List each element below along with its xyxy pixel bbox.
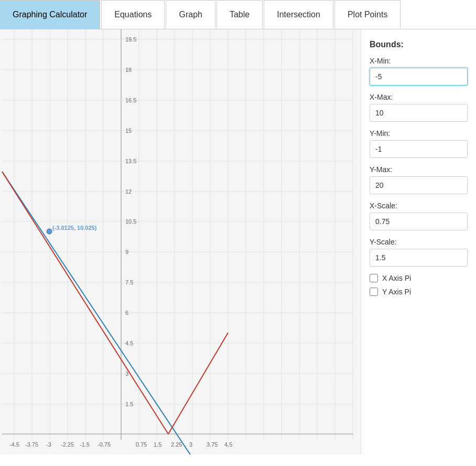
- ymax-input[interactable]: [370, 176, 468, 194]
- tab-graphing-calculator[interactable]: Graphing Calculator: [0, 0, 100, 29]
- xmin-group: X-Min:: [370, 57, 468, 86]
- graph-svg: -4.5 -3.75 -3 -2.25 -1.5 -0.75 0.75 1.5 …: [0, 29, 361, 454]
- y-axis-pi-checkbox[interactable]: [370, 288, 378, 296]
- x-tick-neg15: -1.5: [80, 441, 90, 448]
- x-tick-neg3: -3: [46, 441, 51, 448]
- y-tick-12: 12: [125, 188, 132, 195]
- y-tick-135: 13.5: [125, 158, 136, 164]
- xmin-input[interactable]: [370, 68, 468, 86]
- y-tick-75: 7.5: [125, 279, 133, 285]
- x-tick-15: 1.5: [154, 441, 161, 448]
- right-panel: Bounds: X-Min: X-Max: Y-Min: Y-Max: X-Sc…: [361, 29, 476, 454]
- tab-table[interactable]: Table: [217, 0, 263, 29]
- x-tick-45: 4.5: [224, 441, 232, 448]
- tab-bar: Graphing Calculator Equations Graph Tabl…: [0, 0, 476, 29]
- x-axis-pi-group: X Axis Pi: [370, 274, 468, 282]
- yscale-group: Y-Scale:: [370, 238, 468, 267]
- intersection-point: [47, 229, 52, 234]
- xmax-input[interactable]: [370, 104, 468, 122]
- y-tick-105: 10.5: [125, 218, 136, 225]
- xscale-input[interactable]: [370, 213, 468, 230]
- tab-plot-points[interactable]: Plot Points: [334, 0, 401, 29]
- y-tick-45: 4.5: [125, 340, 133, 346]
- tab-intersection[interactable]: Intersection: [264, 0, 333, 29]
- yscale-input[interactable]: [370, 249, 468, 267]
- ymax-label: Y-Max:: [370, 165, 468, 174]
- ymin-input[interactable]: [370, 140, 468, 158]
- y-axis-pi-group: Y Axis Pi: [370, 288, 468, 296]
- y-tick-18: 18: [125, 67, 132, 73]
- x-axis-pi-label: X Axis Pi: [382, 274, 411, 282]
- xmax-label: X-Max:: [370, 93, 468, 101]
- bounds-title: Bounds:: [370, 40, 468, 49]
- y-tick-15: 15: [125, 128, 132, 134]
- x-tick-neg375: -3.75: [25, 441, 38, 448]
- ymin-label: Y-Min:: [370, 129, 468, 137]
- x-tick-neg075: -0.75: [98, 441, 111, 448]
- graph-area: -4.5 -3.75 -3 -2.25 -1.5 -0.75 0.75 1.5 …: [0, 29, 361, 454]
- y-tick-9: 9: [125, 249, 128, 255]
- x-tick-3: 3: [189, 441, 192, 448]
- xscale-group: X-Scale:: [370, 202, 468, 230]
- xmin-label: X-Min:: [370, 57, 468, 65]
- x-tick-neg45: -4.5: [9, 441, 19, 448]
- x-tick-375: 3.75: [207, 441, 218, 448]
- x-axis-pi-checkbox[interactable]: [370, 274, 378, 282]
- xscale-label: X-Scale:: [370, 202, 468, 210]
- main-content: -4.5 -3.75 -3 -2.25 -1.5 -0.75 0.75 1.5 …: [0, 29, 476, 454]
- ymax-group: Y-Max:: [370, 165, 468, 194]
- y-tick-15: 1.5: [125, 401, 133, 407]
- y-tick-6: 6: [125, 310, 128, 316]
- tab-equations[interactable]: Equations: [101, 0, 165, 29]
- y-axis-pi-label: Y Axis Pi: [382, 288, 411, 296]
- svg-rect-0: [2, 29, 359, 454]
- intersection-label: (-3.0125, 10.025): [52, 225, 97, 231]
- yscale-label: Y-Scale:: [370, 238, 468, 246]
- tab-graph[interactable]: Graph: [166, 0, 215, 29]
- y-tick-165: 16.5: [125, 97, 136, 103]
- y-tick-3: 3: [125, 370, 128, 377]
- y-tick-195: 19.5: [125, 36, 136, 43]
- x-tick-neg225: -2.25: [61, 441, 74, 448]
- ymin-group: Y-Min:: [370, 129, 468, 158]
- x-tick-075: 0.75: [136, 441, 147, 448]
- x-tick-225: 2.25: [171, 441, 182, 448]
- xmax-group: X-Max:: [370, 93, 468, 122]
